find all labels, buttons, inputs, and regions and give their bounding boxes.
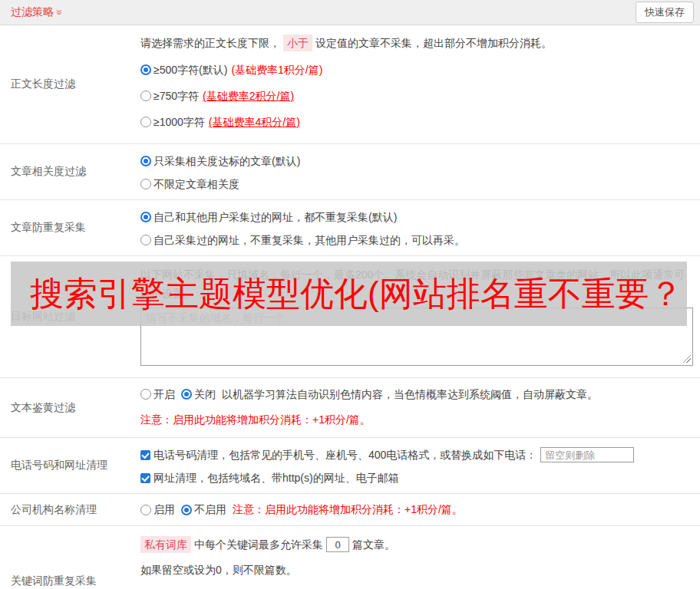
ad-overlay-text: 搜索引擎主题模型优化(网站排名重不重要？: [11, 271, 683, 317]
chevron-down-icon: »: [54, 9, 65, 15]
option-note: (基础费率1积分/篇): [231, 62, 322, 77]
row-phone-url-clean: 电话号码和网址清理 电话号码清理，包括常见的手机号、座机号、400电话格式，或替…: [0, 437, 700, 493]
filter-settings-page: 过滤策略 » 快速保存 正文长度过滤 请选择需求的正文长度下限， 小于 设定值的…: [0, 0, 700, 589]
company-off-label: 不启用: [194, 503, 226, 517]
option-label: 自己和其他用户采集过的网址，都不重复采集(默认): [154, 209, 397, 225]
radio-500-icon[interactable]: [140, 64, 151, 75]
radio-dup-self-icon[interactable]: [140, 235, 151, 245]
row-label: 文本鉴黄过滤: [0, 378, 140, 437]
option-label: 不限定文章相关度: [154, 176, 239, 192]
quick-save-button[interactable]: 快速保存: [636, 2, 694, 23]
keyword-note-zero: 如果留空或设为0，则不限篇数。: [140, 562, 297, 577]
row-label: 文章防重复采集: [0, 200, 140, 255]
checkbox-url-clean-icon[interactable]: [140, 473, 150, 483]
radio-porn-off-icon[interactable]: [181, 389, 192, 400]
option-label: 只采集相关度达标的文章(默认): [154, 153, 300, 169]
row-label: 电话号码和网址清理: [0, 438, 140, 493]
checkbox-phone-clean-icon[interactable]: [140, 450, 150, 460]
keyword-limit-text: 中每个关键词最多允许采集: [194, 537, 323, 552]
url-clean-line: 网址清理，包括纯域名、带http(s)的网址、电子邮箱: [140, 470, 694, 485]
row-label: 文章相关度过滤: [0, 144, 140, 199]
row-company-clean: 公司机构名称清理 启用 不启用 注意：启用此功能将增加积分消耗：+1积分/篇。: [0, 493, 700, 525]
ad-overlay-banner: 搜索引擎主题模型优化(网站排名重不重要？: [11, 262, 687, 326]
row-label: 正文长度过滤: [0, 25, 140, 143]
intro-post: 设定值的文章不采集，超出部分不增加积分消耗。: [315, 35, 552, 51]
option-label: ≥1000字符: [154, 114, 205, 130]
radio-relevance-strict-icon[interactable]: [140, 156, 151, 166]
porn-note: 注意：启用此功能将增加积分消耗：+1积分/篇。: [140, 412, 371, 427]
company-on-label: 启用: [154, 503, 175, 517]
porn-off-label: 关闭: [194, 387, 216, 402]
option-note: (基础费率2积分/篇): [203, 88, 294, 104]
row-relevance-filter: 文章相关度过滤 只采集相关度达标的文章(默认) 不限定文章相关度: [0, 143, 700, 199]
radio-1000-icon[interactable]: [140, 117, 151, 127]
private-lexicon-tag: 私有词库: [140, 536, 191, 553]
length-option-750[interactable]: ≥750字符 (基础费率2积分/篇): [140, 88, 694, 104]
length-option-500[interactable]: ≥500字符(默认) (基础费率1积分/篇): [140, 62, 694, 77]
section-title: 过滤策略: [11, 5, 54, 19]
option-note: (基础费率4积分/篇): [209, 114, 300, 130]
radio-relevance-any-icon[interactable]: [140, 179, 151, 189]
porn-desc: 以机器学习算法自动识别色情内容，当色情概率达到系统阈值，自动屏蔽文章。: [222, 387, 598, 402]
radio-750-icon[interactable]: [140, 90, 151, 101]
phone-clean-label: 电话号码清理，包括常见的手机号、座机号、400电话格式，或替换成如下电话：: [154, 447, 537, 462]
row-porn-filter: 文本鉴黄过滤 开启 关闭 以机器学习算法自动识别色情内容，当色情概率达到系统阈值…: [0, 377, 700, 437]
option-label: ≥500字符(默认): [154, 62, 227, 77]
radio-company-off-icon[interactable]: [181, 505, 192, 515]
porn-on-label: 开启: [154, 387, 175, 402]
intro-pre: 请选择需求的正文长度下限，: [140, 35, 280, 51]
row-label: 公司机构名称清理: [0, 494, 140, 525]
length-option-1000[interactable]: ≥1000字符 (基础费率4积分/篇): [140, 114, 694, 130]
length-filter-intro: 请选择需求的正文长度下限， 小于 设定值的文章不采集，超出部分不增加积分消耗。: [140, 35, 694, 51]
row-length-filter: 正文长度过滤 请选择需求的正文长度下限， 小于 设定值的文章不采集，超出部分不增…: [0, 25, 700, 143]
keyword-count-input[interactable]: [326, 537, 349, 552]
company-note: 注意：启用此功能将增加积分消耗：+1积分/篇。: [233, 503, 463, 517]
relevance-option-any[interactable]: 不限定文章相关度: [140, 176, 694, 192]
phone-clean-line: 电话号码清理，包括常见的手机号、座机号、400电话格式，或替换成如下电话：: [140, 447, 694, 462]
keyword-limit-unit: 篇文章。: [352, 537, 395, 552]
option-label: ≥750字符: [154, 88, 199, 104]
url-clean-label: 网址清理，包括纯域名、带http(s)的网址、电子邮箱: [154, 470, 399, 485]
radio-porn-on-icon[interactable]: [140, 389, 151, 400]
radio-dup-global-icon[interactable]: [140, 212, 151, 222]
phone-replace-input[interactable]: [540, 447, 634, 462]
section-header: 过滤策略 » 快速保存: [0, 0, 700, 25]
dup-option-self[interactable]: 自己采集过的网址，不重复采集，其他用户采集过的，可以再采。: [140, 232, 694, 248]
keyword-limit-line: 私有词库 中每个关键词最多允许采集 篇文章。: [140, 536, 694, 553]
dup-option-global[interactable]: 自己和其他用户采集过的网址，都不重复采集(默认): [140, 209, 694, 225]
relevance-option-strict[interactable]: 只采集相关度达标的文章(默认): [140, 153, 694, 169]
row-keyword-dup: 关键词防重复采集 私有词库 中每个关键词最多允许采集 篇文章。 如果留空或设为0…: [0, 525, 700, 589]
less-than-tag: 小于: [283, 35, 312, 51]
section-title-toggle[interactable]: 过滤策略 »: [11, 5, 63, 19]
row-label: 关键词防重复采集: [0, 526, 140, 589]
option-label: 自己采集过的网址，不重复采集，其他用户采集过的，可以再采。: [154, 232, 465, 248]
row-dup-collect: 文章防重复采集 自己和其他用户采集过的网址，都不重复采集(默认) 自己采集过的网…: [0, 199, 700, 255]
radio-company-on-icon[interactable]: [140, 505, 151, 515]
